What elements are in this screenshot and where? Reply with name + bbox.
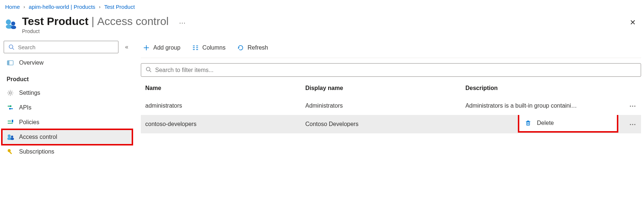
cmd-label: Add group (153, 44, 180, 51)
search-icon (8, 43, 15, 51)
page-subtitle: Product (22, 28, 186, 34)
cell-name: contoso-developers (141, 115, 301, 133)
cell-name: administrators (141, 97, 301, 115)
breadcrumb-test-product[interactable]: Test Product (104, 4, 135, 10)
svg-point-18 (8, 149, 11, 152)
context-item-label: Delete (537, 120, 554, 126)
svg-rect-34 (527, 121, 529, 122)
svg-rect-17 (11, 138, 14, 140)
svg-point-16 (11, 136, 13, 138)
apis-icon (7, 104, 14, 111)
columns-icon (192, 44, 199, 51)
refresh-button[interactable]: Refresh (235, 43, 270, 53)
refresh-icon (237, 44, 244, 51)
row-context-menu: Delete (518, 115, 618, 133)
page-title: Test Product (22, 15, 88, 28)
access-control-icon (7, 133, 14, 141)
sidebar-search[interactable] (4, 41, 118, 53)
chevron-right-icon: › (23, 4, 25, 10)
main-content: Add group Columns Refresh (132, 41, 644, 133)
row-actions-menu[interactable]: ⋯ (629, 120, 636, 128)
search-icon (146, 66, 151, 73)
trash-icon (525, 120, 531, 126)
chevron-right-icon: › (99, 4, 100, 10)
svg-point-0 (6, 19, 11, 25)
breadcrumb-home[interactable]: Home (5, 4, 20, 10)
breadcrumb: Home › apim-hello-world | Products › Tes… (0, 0, 644, 14)
col-header-description[interactable]: Description (461, 79, 625, 97)
gear-icon (7, 89, 14, 97)
svg-point-10 (9, 108, 11, 110)
svg-rect-30 (527, 122, 530, 125)
close-icon[interactable]: ✕ (627, 15, 639, 30)
sidebar: « Overview Product Settings APIs Po (0, 41, 132, 166)
svg-point-2 (11, 22, 15, 26)
svg-point-14 (8, 134, 11, 137)
svg-line-5 (12, 48, 14, 50)
page-section: Access control (97, 15, 169, 28)
sidebar-item-overview[interactable]: Overview (2, 55, 132, 70)
cell-display-name: Contoso Developers (301, 115, 461, 133)
cell-display-name: Administrators (301, 97, 461, 115)
sidebar-item-label: Settings (19, 90, 40, 96)
col-header-name[interactable]: Name (141, 79, 301, 97)
svg-rect-12 (8, 123, 13, 124)
page-header: Test Product | Access control ⋯ Product … (0, 14, 644, 41)
sidebar-item-policies[interactable]: Policies (2, 115, 132, 130)
row-actions-menu[interactable]: ⋯ (629, 102, 636, 109)
sidebar-item-label: Overview (19, 60, 44, 66)
table-row[interactable]: administrators Administrators Administra… (141, 97, 641, 115)
sidebar-item-subscriptions[interactable]: Subscriptions (2, 144, 132, 159)
overview-icon (7, 59, 14, 66)
svg-point-28 (146, 67, 150, 71)
product-group-icon (4, 17, 17, 32)
svg-point-8 (9, 92, 11, 94)
svg-line-29 (150, 71, 151, 72)
collapse-sidebar-icon[interactable]: « (123, 42, 131, 53)
key-icon (7, 148, 14, 155)
sidebar-item-settings[interactable]: Settings (2, 86, 132, 100)
svg-rect-13 (12, 120, 13, 122)
breadcrumb-products[interactable]: apim-hello-world | Products (29, 4, 95, 10)
col-header-display-name[interactable]: Display name (301, 79, 461, 97)
svg-rect-3 (11, 26, 16, 29)
svg-point-4 (9, 45, 13, 48)
cell-description: Administrators is a built-in group conta… (461, 97, 625, 115)
svg-point-9 (10, 105, 12, 107)
context-delete[interactable]: Delete (519, 116, 617, 130)
cmd-label: Refresh (248, 44, 268, 51)
columns-button[interactable]: Columns (190, 43, 228, 53)
filter-box[interactable] (141, 63, 641, 77)
sidebar-item-label: Subscriptions (19, 148, 54, 155)
title-separator: | (91, 15, 94, 28)
svg-rect-11 (8, 120, 11, 122)
svg-rect-7 (7, 61, 10, 65)
sidebar-item-label: APIs (19, 104, 32, 111)
table-row[interactable]: contoso-developers Contoso Developers De… (141, 115, 641, 133)
groups-table: Name Display name Description administra… (141, 79, 641, 133)
command-bar: Add group Columns Refresh (141, 41, 641, 58)
filter-input[interactable] (155, 67, 636, 73)
more-icon[interactable]: ⋯ (179, 19, 186, 27)
cmd-label: Columns (202, 44, 226, 51)
policies-icon (7, 119, 14, 126)
sidebar-item-label: Policies (19, 119, 39, 126)
plus-icon (143, 44, 150, 51)
cell-description: Delete (461, 115, 625, 133)
sidebar-item-apis[interactable]: APIs (2, 100, 132, 115)
sidebar-item-label: Access control (19, 134, 57, 140)
sidebar-search-input[interactable] (18, 44, 114, 50)
svg-rect-19 (9, 151, 12, 154)
sidebar-section-title: Product (2, 70, 132, 86)
add-group-button[interactable]: Add group (141, 43, 183, 53)
sidebar-item-access-control[interactable]: Access control (2, 130, 132, 144)
